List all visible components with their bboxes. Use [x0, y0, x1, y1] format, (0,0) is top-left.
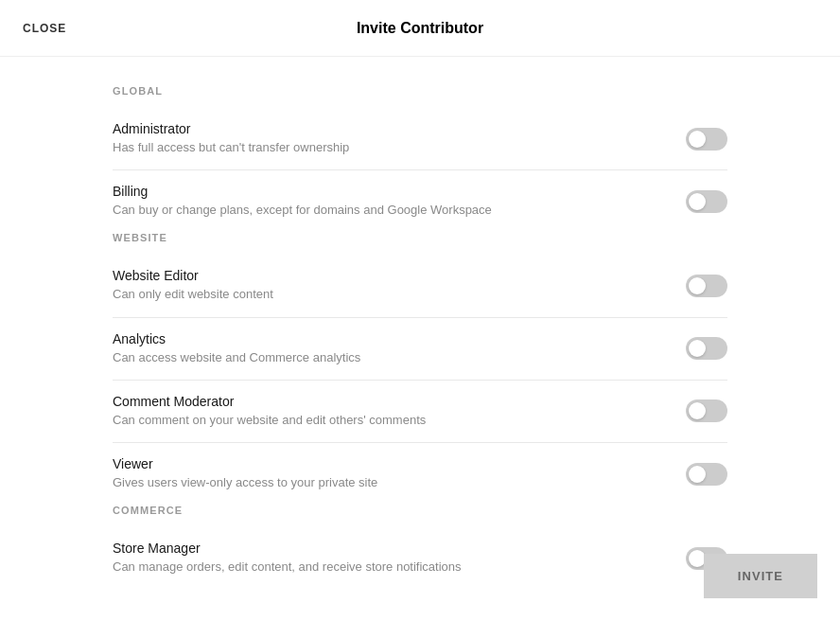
toggle-analytics[interactable]: [686, 337, 727, 360]
section-website: WEBSITEWebsite EditorCan only edit websi…: [113, 232, 727, 505]
page-header: CLOSE Invite Contributor: [0, 0, 840, 57]
toggle-slider-viewer: [686, 463, 727, 486]
permission-row-store-manager: Store ManagerCan manage orders, edit con…: [113, 527, 727, 589]
invite-button[interactable]: INVITE: [704, 554, 817, 598]
permission-desc-administrator: Has full access but can't transfer owner…: [113, 139, 667, 156]
permission-info-comment-moderator: Comment ModeratorCan comment on your web…: [113, 394, 686, 429]
permission-desc-store-manager: Can manage orders, edit content, and rec…: [113, 559, 667, 576]
permission-row-analytics: AnalyticsCan access website and Commerce…: [113, 318, 727, 381]
toggle-slider-billing: [686, 190, 727, 213]
permission-info-website-editor: Website EditorCan only edit website cont…: [113, 268, 686, 303]
permission-desc-website-editor: Can only edit website content: [113, 286, 667, 303]
permission-name-administrator: Administrator: [113, 121, 667, 136]
permission-row-viewer: ViewerGives users view-only access to yo…: [113, 443, 727, 505]
toggle-administrator[interactable]: [686, 128, 727, 151]
permission-name-store-manager: Store Manager: [113, 541, 667, 556]
permission-info-billing: BillingCan buy or change plans, except f…: [113, 184, 686, 219]
permission-name-website-editor: Website Editor: [113, 268, 667, 283]
permission-desc-analytics: Can access website and Commerce analytic…: [113, 349, 667, 366]
permission-name-analytics: Analytics: [113, 331, 667, 346]
section-label-global: GLOBAL: [113, 85, 727, 97]
main-content: GLOBALAdministratorHas full access but c…: [113, 57, 727, 621]
permission-desc-comment-moderator: Can comment on your website and edit oth…: [113, 412, 667, 429]
page-title: Invite Contributor: [357, 20, 483, 37]
permission-desc-viewer: Gives users view-only access to your pri…: [113, 474, 667, 491]
permission-name-comment-moderator: Comment Moderator: [113, 394, 667, 409]
permission-desc-billing: Can buy or change plans, except for doma…: [113, 202, 667, 219]
permission-info-store-manager: Store ManagerCan manage orders, edit con…: [113, 541, 686, 576]
toggle-billing[interactable]: [686, 190, 727, 213]
toggle-slider-analytics: [686, 337, 727, 360]
section-commerce: COMMERCEStore ManagerCan manage orders, …: [113, 505, 727, 589]
toggle-comment-moderator[interactable]: [686, 399, 727, 422]
permission-info-administrator: AdministratorHas full access but can't t…: [113, 121, 686, 156]
permission-info-viewer: ViewerGives users view-only access to yo…: [113, 456, 686, 491]
permission-name-billing: Billing: [113, 184, 667, 199]
permission-name-viewer: Viewer: [113, 456, 667, 471]
close-button[interactable]: CLOSE: [23, 18, 66, 39]
toggle-slider-website-editor: [686, 275, 727, 297]
toggle-viewer[interactable]: [686, 463, 727, 486]
section-label-website: WEBSITE: [113, 232, 727, 243]
section-label-commerce: COMMERCE: [113, 505, 727, 516]
permission-info-analytics: AnalyticsCan access website and Commerce…: [113, 331, 686, 366]
permission-row-administrator: AdministratorHas full access but can't t…: [113, 108, 727, 170]
permission-row-website-editor: Website EditorCan only edit website cont…: [113, 255, 727, 317]
toggle-slider-comment-moderator: [686, 399, 727, 422]
permission-row-comment-moderator: Comment ModeratorCan comment on your web…: [113, 381, 727, 443]
toggle-slider-administrator: [686, 128, 727, 151]
permission-row-billing: BillingCan buy or change plans, except f…: [113, 170, 727, 232]
toggle-website-editor[interactable]: [686, 275, 727, 297]
section-global: GLOBALAdministratorHas full access but c…: [113, 85, 727, 232]
